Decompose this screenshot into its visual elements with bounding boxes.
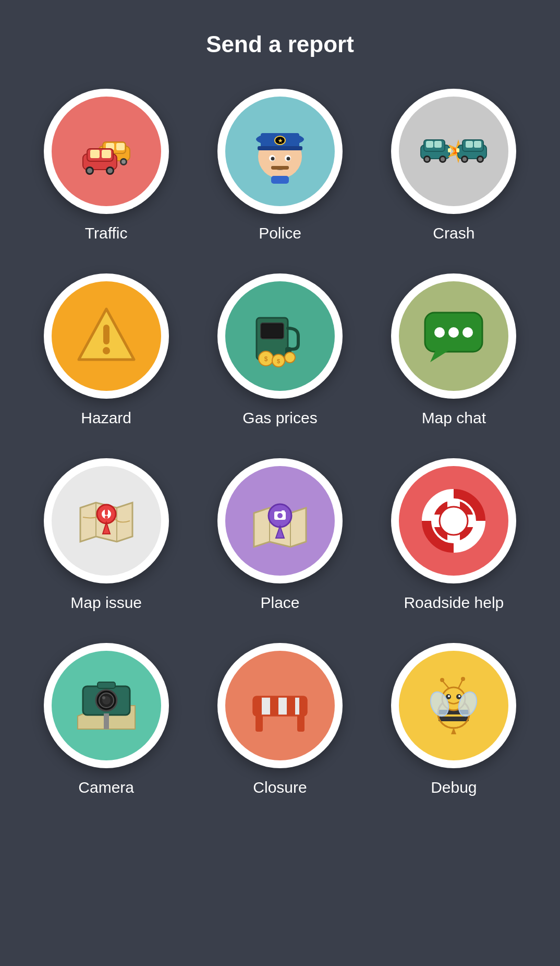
icon-bg-mapchat: [399, 281, 508, 391]
svg-rect-19: [258, 146, 302, 150]
svg-rect-54: [262, 324, 283, 338]
page-title: Send a report: [206, 31, 354, 57]
circle-closure: [217, 643, 343, 768]
svg-point-51: [103, 347, 110, 354]
svg-rect-47: [456, 148, 459, 152]
report-item-camera[interactable]: Camera: [30, 643, 182, 796]
svg-rect-26: [271, 166, 289, 170]
svg-point-33: [425, 157, 429, 161]
svg-rect-11: [102, 150, 111, 158]
report-item-place[interactable]: Place: [203, 458, 356, 612]
circle-place: [217, 458, 343, 583]
police-label: Police: [259, 224, 301, 242]
svg-rect-30: [426, 141, 433, 148]
svg-rect-27: [271, 176, 289, 184]
mapissue-label: Map issue: [70, 594, 142, 612]
svg-point-65: [462, 327, 473, 338]
svg-rect-36: [448, 148, 451, 152]
icon-bg-mapissue: [52, 466, 161, 576]
circle-crash: [391, 89, 516, 214]
camera-icon: [72, 672, 140, 740]
report-item-mapissue[interactable]: Map issue: [30, 458, 182, 612]
svg-point-114: [448, 695, 450, 697]
police-icon: ★: [246, 117, 314, 185]
circle-mapissue: [44, 458, 169, 583]
report-item-hazard[interactable]: Hazard: [30, 273, 182, 427]
mapchat-label: Map chat: [422, 409, 486, 427]
circle-traffic: [44, 89, 169, 214]
debug-icon: [420, 672, 488, 740]
report-item-roadside[interactable]: Roadside help: [378, 458, 530, 612]
circle-hazard: [44, 273, 169, 399]
svg-point-117: [440, 678, 444, 682]
svg-rect-42: [466, 141, 473, 148]
circle-police: ★: [217, 89, 343, 214]
icon-bg-place: [225, 466, 335, 576]
svg-rect-104: [287, 697, 295, 715]
report-item-debug[interactable]: Debug: [378, 643, 530, 796]
circle-debug: [391, 643, 516, 768]
report-item-traffic[interactable]: Traffic: [30, 89, 182, 242]
icon-bg-traffic: [52, 97, 161, 206]
svg-point-71: [105, 516, 108, 519]
svg-point-63: [434, 327, 445, 338]
closure-label: Closure: [253, 779, 307, 796]
circle-mapchat: [391, 273, 516, 399]
svg-rect-70: [105, 509, 108, 515]
svg-text:★: ★: [277, 138, 283, 144]
svg-point-58: [285, 352, 295, 363]
traffic-label: Traffic: [85, 224, 128, 242]
svg-rect-41: [474, 141, 481, 148]
svg-line-118: [458, 680, 462, 688]
report-item-mapchat[interactable]: Map chat: [378, 273, 530, 427]
svg-point-64: [448, 327, 459, 338]
report-item-closure[interactable]: Closure: [203, 643, 356, 796]
camera-label: Camera: [78, 779, 134, 796]
svg-point-7: [121, 160, 126, 164]
svg-point-96: [102, 696, 105, 699]
svg-rect-50: [103, 325, 109, 344]
svg-text:$: $: [264, 355, 268, 363]
svg-text:$: $: [277, 358, 280, 364]
svg-rect-3: [116, 143, 125, 150]
roadside-label: Roadside help: [404, 594, 504, 612]
svg-point-25: [286, 157, 290, 161]
report-item-crash[interactable]: Crash: [378, 89, 530, 242]
svg-point-119: [461, 677, 465, 681]
svg-rect-102: [253, 697, 262, 715]
gas-icon: $ $: [246, 302, 314, 370]
svg-point-13: [87, 168, 92, 173]
report-item-police[interactable]: ★ Police: [203, 89, 356, 242]
icon-bg-hazard: [52, 281, 161, 391]
svg-point-115: [458, 695, 460, 697]
traffic-icon: [72, 117, 140, 185]
icon-bg-gas: $ $: [225, 281, 335, 391]
place-label: Place: [260, 594, 299, 612]
svg-rect-31: [434, 141, 442, 148]
crash-icon: [420, 117, 488, 185]
hazard-icon: [72, 302, 140, 370]
svg-rect-10: [90, 150, 100, 158]
svg-rect-98: [104, 713, 109, 729]
icon-bg-closure: [225, 651, 335, 760]
closure-icon: [246, 672, 314, 740]
place-icon: [246, 487, 314, 555]
icon-bg-roadside: [399, 466, 508, 576]
hazard-label: Hazard: [81, 409, 131, 427]
icon-bg-debug: [399, 651, 508, 760]
svg-point-44: [478, 157, 482, 161]
svg-rect-103: [270, 697, 278, 715]
circle-roadside: [391, 458, 516, 583]
debug-label: Debug: [431, 779, 477, 796]
svg-rect-105: [299, 697, 307, 715]
report-item-gas[interactable]: $ $ Gas prices: [203, 273, 356, 427]
icon-bg-police: ★: [225, 97, 335, 206]
mapchat-icon: [420, 302, 488, 370]
icon-bg-camera: [52, 651, 161, 760]
svg-point-35: [441, 157, 445, 161]
gas-label: Gas prices: [242, 409, 317, 427]
svg-rect-97: [98, 682, 115, 688]
svg-line-116: [443, 681, 449, 688]
circle-camera: [44, 643, 169, 768]
circle-gas: $ $: [217, 273, 343, 399]
